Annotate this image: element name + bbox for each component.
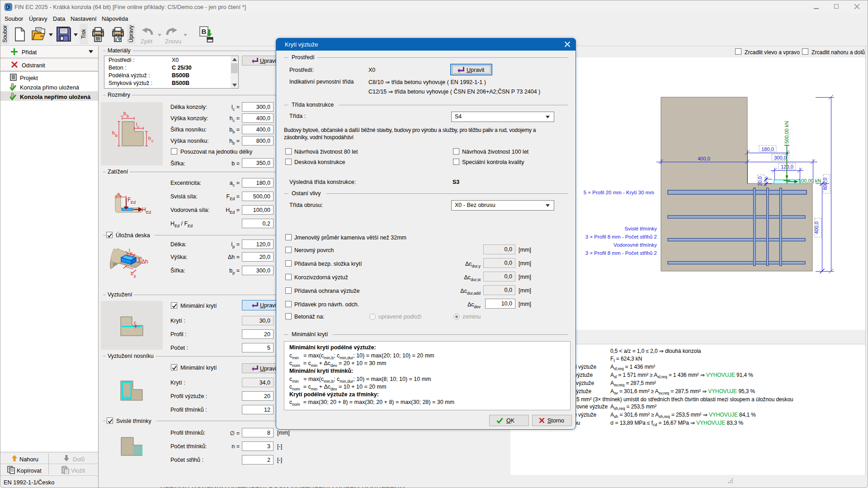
svg-text:b: b [131, 271, 133, 276]
svg-text:3 × Profil 8 mm - Počet střihů: 3 × Profil 8 mm - Počet střihů 2 [585, 234, 657, 239]
svg-text:b: b [127, 114, 129, 118]
svg-text:Ed: Ed [146, 210, 151, 215]
svg-text:500,00 kN: 500,00 kN [784, 121, 789, 144]
svg-text:20,0: 20,0 [757, 176, 763, 186]
svg-text:3 × Profil 8 mm - Počet střihů: 3 × Profil 8 mm - Počet střihů 2 [585, 250, 657, 256]
svg-text:h: h [112, 130, 115, 136]
svg-text:b: b [123, 111, 126, 116]
svg-text:h: h [148, 136, 151, 141]
svg-text:300,0: 300,0 [774, 155, 787, 160]
svg-text:c: c [137, 125, 140, 129]
svg-text:5 × Profil 20 mm - Krytí 30 mm: 5 × Profil 20 mm - Krytí 30 mm [584, 190, 654, 195]
svg-text:Ed: Ed [131, 200, 136, 205]
svg-text:c: c [134, 320, 137, 325]
svg-text:400,0: 400,0 [698, 156, 710, 161]
svg-text:Vodorovné třmínky: Vodorovné třmínky [613, 242, 657, 248]
svg-text:100,00 kN: 100,00 kN [798, 178, 821, 183]
svg-text:Svislé třmínky: Svislé třmínky [624, 226, 657, 231]
svg-text:180,0: 180,0 [761, 146, 774, 152]
svg-text:B: B [202, 28, 207, 35]
svg-text:b: b [115, 133, 118, 138]
svg-text:H: H [142, 206, 146, 213]
svg-text:p: p [130, 251, 132, 255]
svg-text:Δh: Δh [142, 258, 148, 265]
svg-text:c: c [120, 194, 122, 198]
svg-text:p: p [134, 274, 136, 278]
svg-text:c: c [151, 139, 154, 143]
